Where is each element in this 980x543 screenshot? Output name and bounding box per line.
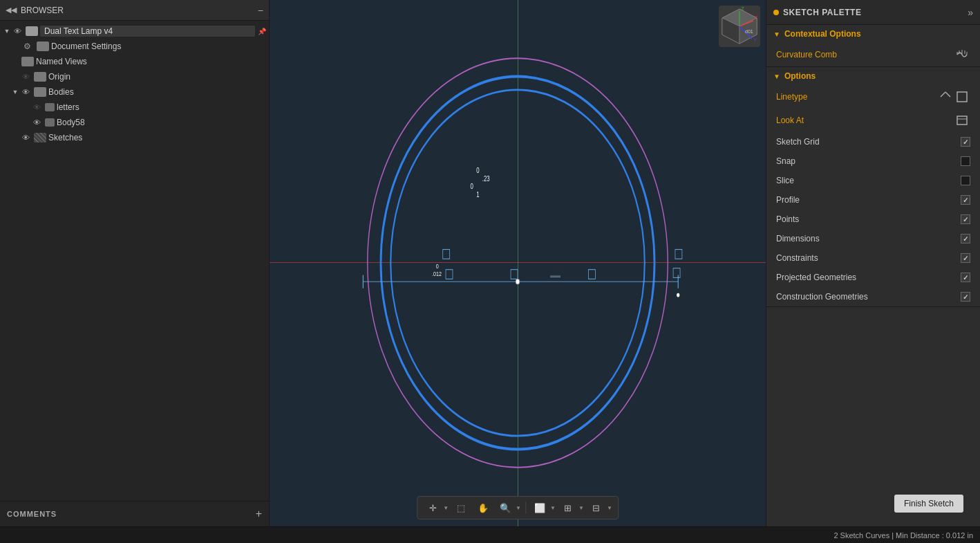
row-look-at[interactable]: Look At (766, 109, 980, 132)
row-projected-geometries[interactable]: Projected Geometries (766, 268, 980, 287)
svg-text:Z: Z (741, 6, 744, 12)
toolbar-snap-arrow[interactable]: ▼ (607, 505, 612, 511)
constraints-checkbox[interactable] (961, 253, 970, 263)
tree-item-bodies[interactable]: ▼ 👁 Bodies (0, 84, 269, 100)
tree-label-bodies: Bodies (48, 87, 266, 97)
finish-sketch-button[interactable]: Finish Sketch (894, 495, 963, 513)
browser-collapse-btn[interactable]: − (258, 6, 263, 15)
tree-item-sketches[interactable]: 👁 Sketches (0, 130, 269, 145)
browser-title: BROWSER (21, 6, 254, 15)
sketches-icon (34, 133, 46, 142)
sketch-grid-checkbox[interactable] (961, 137, 970, 147)
panel-expand-btn[interactable]: » (968, 7, 973, 18)
status-text: 2 Sketch Curves | Min Distance : 0.012 i… (833, 531, 973, 540)
svg-text:1: 1 (476, 191, 479, 199)
browser-back-arrows[interactable]: ◀◀ (6, 6, 17, 15)
tree-eye-body58[interactable]: 👁 (30, 116, 43, 129)
toolbar-frame-btn[interactable]: ⬚ (451, 499, 471, 516)
toolbar-grid-btn[interactable]: ⊞ (558, 499, 578, 516)
tree-label-origin: Origin (48, 72, 266, 82)
viewport[interactable]: 0 .23 0 1 0 .012 ═══ (270, 0, 766, 526)
construction-geometries-label: Construction Geometries (776, 292, 961, 302)
construction-geometries-checkbox[interactable] (961, 292, 970, 302)
row-profile[interactable]: Profile (766, 190, 980, 210)
row-constraints[interactable]: Constraints (766, 248, 980, 268)
snap-checkbox[interactable] (961, 156, 970, 166)
row-snap[interactable]: Snap (766, 151, 980, 171)
toolbar-display-arrow[interactable]: ▼ (550, 505, 556, 511)
dimensions-label: Dimensions (776, 234, 961, 243)
toolbar-snap-dropdown[interactable]: ⊟ ▼ (587, 499, 612, 516)
comments-label: COMMENTS (7, 510, 57, 518)
tree-eye-origin[interactable]: 👁 (19, 71, 32, 83)
row-linetype[interactable]: Linetype (766, 85, 980, 109)
slice-label: Slice (776, 176, 961, 185)
points-label: Points (776, 214, 961, 224)
tree-eye-sketches[interactable]: 👁 (19, 131, 32, 144)
tree-arrow-sketches[interactable] (11, 134, 19, 142)
tree-item-body58[interactable]: 👁 Body58 (0, 115, 269, 130)
panel-header: SKETCH PALETTE » (766, 0, 980, 25)
view-cube[interactable]: X Y Z d01 (719, 6, 760, 47)
row-points[interactable]: Points (766, 210, 980, 229)
look-at-icon[interactable] (954, 112, 970, 129)
tree-folder-bodies (34, 87, 46, 97)
tree-arrow-body58[interactable] (22, 118, 30, 127)
tree-arrow-origin[interactable] (11, 73, 19, 81)
toolbar-fit-dropdown[interactable]: ✛ ▼ (423, 499, 449, 516)
linetype-icon-1[interactable] (937, 89, 954, 105)
tree-eye-bodies[interactable]: 👁 (19, 86, 32, 98)
tree-item-named-views[interactable]: Named Views (0, 54, 269, 69)
toolbar-fit-btn[interactable]: ✛ (423, 499, 442, 516)
tree-arrow-namedviews[interactable] (11, 57, 19, 66)
toolbar-zoom-btn[interactable]: 🔍 (496, 499, 515, 516)
viewport-svg: 0 .23 0 1 0 .012 ═══ (270, 0, 766, 526)
profile-checkbox[interactable] (961, 195, 970, 205)
tree-eye-letters[interactable]: 👁 (30, 101, 43, 113)
toolbar-pan-btn[interactable]: ✋ (473, 499, 493, 516)
tree-item-letters[interactable]: 👁 letters (0, 100, 269, 115)
curvature-comb-icon[interactable] (954, 46, 970, 63)
row-curvature-comb[interactable]: Curvature Comb (766, 43, 980, 66)
tree-item-origin[interactable]: 👁 Origin (0, 69, 269, 84)
toolbar-fit-arrow[interactable]: ▼ (443, 505, 449, 511)
slice-checkbox[interactable] (961, 176, 970, 185)
contextual-options-header[interactable]: ▼ Contextual Options (766, 25, 980, 43)
row-construction-geometries[interactable]: Construction Geometries (766, 287, 980, 306)
toolbar-display-dropdown[interactable]: ⬜ ▼ (530, 499, 556, 516)
tree-arrow-letters[interactable] (22, 103, 30, 111)
contextual-options-arrow: ▼ (773, 30, 780, 38)
tree-item-root[interactable]: ▼ 👁 Dual Text Lamp v4 📌 (0, 24, 269, 39)
toolbar-zoom-arrow[interactable]: ▼ (516, 505, 521, 511)
tree-folder-letters (45, 103, 55, 111)
tree-pin-root[interactable]: 📌 (258, 28, 266, 35)
row-dimensions[interactable]: Dimensions (766, 229, 980, 248)
options-section-header[interactable]: ▼ Options (766, 67, 980, 85)
dimensions-checkbox[interactable] (961, 234, 970, 243)
points-checkbox[interactable] (961, 214, 970, 224)
tree-arrow-bodies[interactable]: ▼ (11, 88, 19, 96)
tree-label-sketches: Sketches (48, 133, 266, 142)
toolbar-grid-dropdown[interactable]: ⊞ ▼ (558, 499, 584, 516)
snap-label: Snap (776, 156, 961, 166)
toolbar-zoom-dropdown[interactable]: 🔍 ▼ (496, 499, 521, 516)
comments-plus-btn[interactable]: + (256, 508, 262, 520)
toolbar-grid-arrow[interactable]: ▼ (578, 505, 584, 511)
tree-arrow-root[interactable]: ▼ (3, 27, 11, 35)
linetype-icon-2[interactable] (954, 89, 970, 105)
projected-geometries-checkbox[interactable] (961, 273, 970, 282)
linetype-label: Linetype (776, 92, 937, 102)
options-arrow: ▼ (773, 73, 780, 80)
tree-arrow-docsettings[interactable] (11, 42, 19, 50)
profile-label: Profile (776, 195, 961, 205)
toolbar-display-btn[interactable]: ⬜ (530, 499, 549, 516)
toolbar-snap-btn[interactable]: ⊟ (587, 499, 606, 516)
row-sketch-grid[interactable]: Sketch Grid (766, 132, 980, 151)
svg-point-2 (390, 90, 645, 436)
tree-eye-root[interactable]: 👁 (11, 25, 23, 37)
svg-text:Y: Y (753, 37, 757, 43)
row-slice[interactable]: Slice (766, 171, 980, 190)
tree-item-document-settings[interactable]: ⚙ Document Settings (0, 39, 269, 54)
status-bar: 2 Sketch Curves | Min Distance : 0.012 i… (0, 526, 980, 543)
panel-title: SKETCH PALETTE (783, 8, 963, 17)
